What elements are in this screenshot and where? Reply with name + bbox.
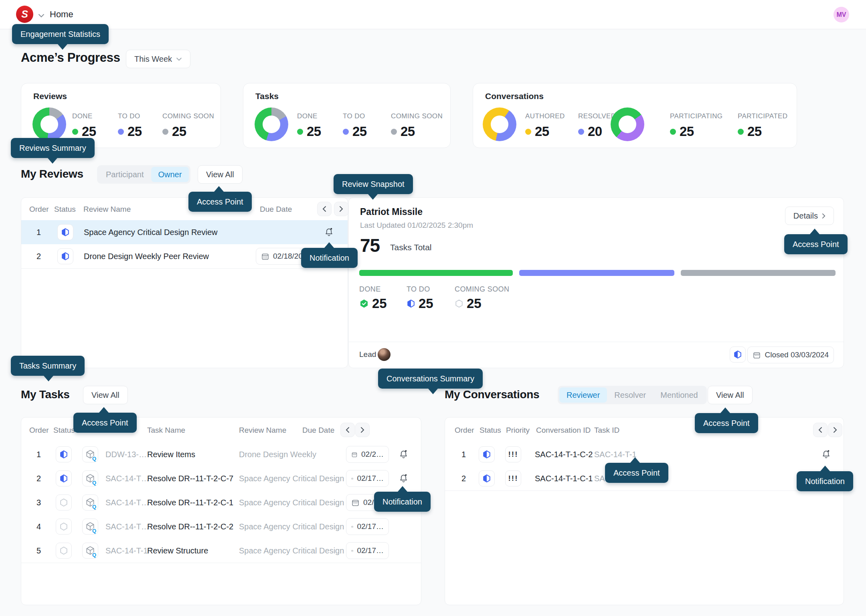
col-task-id: Task ID [594, 426, 619, 435]
tab-reviewer[interactable]: Reviewer [559, 387, 607, 403]
conversations-view-all-button[interactable]: View All [708, 386, 753, 404]
view-all-label: View All [716, 391, 744, 400]
tasks-stats-card: Tasks DONE 25 TO DO 25 COMING SOON 25 [243, 83, 451, 148]
participating-dot-icon [670, 129, 676, 135]
notification-bell-icon[interactable] [399, 449, 409, 461]
progress-bar-coming-soon [681, 270, 836, 276]
conversation-id: SAC-14-T-1-C-2 [535, 450, 593, 459]
conversation-id: SAC-14-T-1-C-1 [535, 474, 593, 483]
due-date-chip[interactable]: 02/17… [346, 518, 389, 535]
tab-mentioned[interactable]: Mentioned [653, 387, 705, 403]
review-name: Space Agency Critical Design Review [84, 228, 218, 237]
workspace-chevron-down-icon[interactable] [38, 12, 45, 19]
user-avatar[interactable]: MV [834, 7, 849, 22]
closed-date-chip[interactable]: Closed 03/03/2024 [747, 346, 834, 363]
reviews-card-title: Reviews [33, 91, 67, 101]
col-status: Status [54, 205, 76, 214]
metric-label: COMING SOON [162, 112, 214, 120]
callout-access-point-tasks-view-all: Access Point [73, 413, 137, 433]
status-in-progress-icon [56, 470, 72, 486]
review-row-2[interactable]: 2 Drone Design Weekly Peer Review 02/18/… [21, 244, 348, 269]
callout-access-point-conversation-row: Access Point [605, 463, 668, 483]
task-row-1[interactable]: 1 Q DDW-13-… Review Items Drone Design W… [21, 442, 421, 467]
review-name: Drone Design Weekly Peer Review [84, 252, 209, 261]
metric-value: 25 [401, 124, 415, 139]
notification-bell-icon[interactable] [324, 227, 334, 239]
callout-reviews-summary: Reviews Summary [11, 138, 95, 158]
status-in-progress-icon [730, 346, 746, 363]
status-in-progress-icon [57, 248, 73, 264]
conversations-table: Order Status Priority Conversation ID Ta… [445, 417, 844, 605]
due-date-value: 02/17… [357, 474, 384, 483]
next-page-button[interactable] [828, 423, 842, 437]
chevron-right-icon [822, 213, 826, 219]
status-upcoming-icon [56, 494, 72, 511]
my-conversations-heading: My Conversations [445, 388, 539, 401]
task-name: Review Structure [147, 546, 208, 555]
period-select[interactable]: This Week [126, 50, 190, 68]
col-status: Status [480, 426, 501, 435]
task-row-5[interactable]: 5 Q SAC-14-T-1 Review Structure Space Ag… [21, 539, 421, 563]
metric-value: 25 [419, 296, 433, 311]
prev-page-button[interactable] [317, 202, 332, 216]
order-number: 5 [36, 546, 41, 555]
task-id: SAC-14-T-1 [105, 546, 148, 555]
details-button[interactable]: Details [785, 207, 834, 225]
notification-bell-icon[interactable] [821, 449, 831, 461]
prev-page-button[interactable] [340, 423, 355, 437]
notification-bell-icon[interactable] [399, 473, 409, 485]
tab-resolver[interactable]: Resolver [607, 387, 653, 403]
page-title: Acme’s Progress [21, 51, 120, 65]
calendar-icon [351, 523, 353, 531]
tab-participant[interactable]: Participant [99, 167, 151, 182]
tasks-view-all-button[interactable]: View All [83, 386, 128, 404]
metric-value: 25 [352, 124, 367, 139]
next-page-button[interactable] [355, 423, 370, 437]
metric-value: 25 [535, 124, 549, 139]
next-page-button[interactable] [334, 202, 348, 216]
due-date-chip[interactable]: 02/17… [346, 542, 389, 559]
review-name: Space Agency Critical Design [239, 474, 344, 483]
app-logo-icon[interactable]: S [16, 6, 33, 23]
reviews-table-header: Order Status Review Name Due Date [21, 198, 348, 221]
due-date-chip[interactable]: 02/2… [346, 446, 389, 463]
task-row-3[interactable]: 3 Q SAC-14-T… Resolve DR--11-T-2-C-1 Spa… [21, 490, 421, 515]
task-row-2[interactable]: 2 Q SAC-14-T… Resolve DR--11-T-2-C-7 Spa… [21, 466, 421, 491]
reviews-metric-coming-soon: COMING SOON 25 [162, 112, 214, 139]
conversations-role-tabs: Reviewer Resolver Mentioned [558, 386, 707, 404]
due-date-chip[interactable]: 02/17… [346, 470, 389, 487]
metric-value: 25 [372, 296, 387, 311]
review-row-1[interactable]: 1 Space Agency Critical Design Review [21, 220, 348, 245]
task-id: DDW-13-… [105, 450, 147, 459]
metric-label: DONE [359, 285, 387, 294]
col-due-date: Due Date [260, 205, 292, 214]
review-snapshot-panel: Patriot Missile Last Updated 01/02/2025 … [348, 197, 844, 368]
reviews-metric-done: DONE 25 [72, 112, 96, 139]
task-cube-icon: Q [82, 494, 98, 511]
metric-value: 25 [82, 124, 96, 139]
tab-owner[interactable]: Owner [151, 167, 189, 182]
conversations-metric-authored: AUTHORED 25 [525, 112, 565, 139]
col-task-name: Task Name [147, 426, 185, 435]
conversations-metric-participated: PARTICIPATED 25 [738, 112, 787, 139]
col-status: Status [53, 426, 75, 435]
metric-value: 25 [172, 124, 186, 139]
callout-access-point-reviews-view-all: Access Point [188, 192, 252, 212]
priority-icon: !!! [505, 446, 521, 462]
reviews-view-all-button[interactable]: View All [198, 165, 243, 184]
prev-page-button[interactable] [813, 423, 828, 437]
metric-label: DONE [72, 112, 96, 120]
metric-label: PARTICIPATING [670, 112, 722, 120]
priority-icon: !!! [505, 470, 521, 486]
due-date-value: 02/18/20 [273, 252, 303, 261]
coming-soon-dot-icon [162, 129, 168, 135]
task-id: SAC-14-T… [105, 522, 149, 531]
calendar-icon [351, 498, 360, 507]
breadcrumb-home[interactable]: Home [50, 9, 73, 20]
metric-value: 25 [467, 296, 482, 311]
lead-avatar[interactable] [378, 348, 391, 361]
snapshot-metric-coming-soon: COMING SOON 25 [455, 285, 509, 311]
task-row-4[interactable]: 4 Q SAC-14-T… Resolve DR--11-T-2-C-2 Spa… [21, 515, 421, 539]
priority-value: !!! [508, 450, 518, 459]
col-review-name: Review Name [239, 426, 286, 435]
